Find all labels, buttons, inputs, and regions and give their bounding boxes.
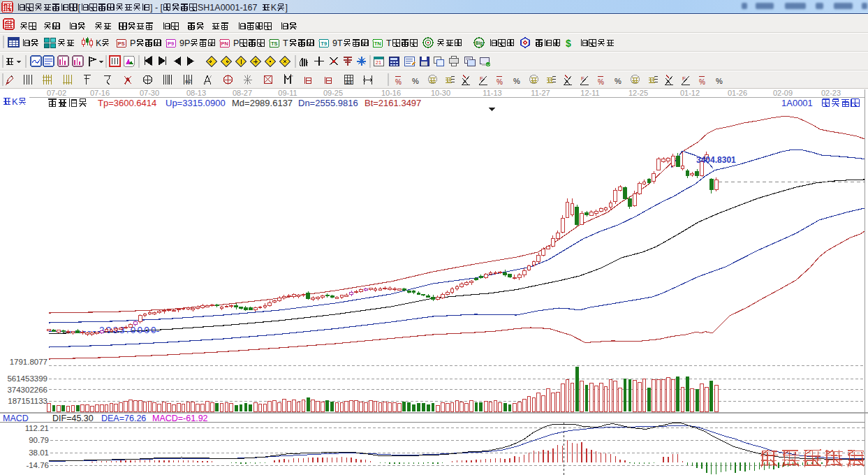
svg-text:%: %: [395, 78, 402, 86]
svg-text:1A0001: 1A0001: [781, 98, 813, 108]
svg-text:%: %: [412, 77, 419, 85]
svg-text:]: ]: [286, 3, 288, 13]
svg-text:07-02: 07-02: [47, 89, 66, 97]
svg-text:P: P: [233, 38, 239, 48]
svg-text:T: T: [386, 38, 392, 48]
svg-text:%: %: [699, 78, 705, 86]
svg-text:T9: T9: [321, 41, 327, 47]
svg-text:DIF=45.30: DIF=45.30: [52, 414, 94, 423]
svg-text:TN: TN: [374, 41, 381, 47]
svg-text:561453399: 561453399: [7, 374, 47, 383]
svg-text:08-27: 08-27: [233, 89, 252, 97]
svg-text:DEA=76.26: DEA=76.26: [101, 414, 146, 423]
svg-text:10-16: 10-16: [381, 89, 401, 97]
svg-text:TS: TS: [271, 41, 278, 47]
svg-text:[: [: [78, 3, 81, 13]
svg-text:374302266: 374302266: [7, 386, 47, 394]
svg-text:K: K: [96, 38, 102, 48]
svg-text:9P: 9P: [179, 38, 190, 48]
svg-text:21: 21: [376, 59, 381, 66]
svg-text:SH1A0001-167: SH1A0001-167: [198, 3, 258, 13]
svg-text:K: K: [271, 3, 277, 13]
svg-text:PN: PN: [221, 41, 228, 47]
svg-text:187151133: 187151133: [8, 397, 47, 405]
svg-text:9T: 9T: [332, 38, 343, 48]
svg-text:112.21: 112.21: [25, 424, 49, 432]
svg-text:PS: PS: [118, 41, 125, 47]
svg-text:38.01: 38.01: [29, 448, 49, 457]
svg-text:-14.76: -14.76: [26, 461, 49, 469]
svg-text:02-09: 02-09: [773, 89, 793, 97]
svg-text:%: %: [496, 78, 503, 86]
svg-text:%: %: [513, 77, 520, 85]
svg-text:] - [: ] - [: [150, 3, 163, 13]
svg-text:T: T: [283, 38, 288, 48]
svg-text:%: %: [598, 78, 604, 86]
svg-text:12-11: 12-11: [580, 89, 599, 97]
svg-text:09-11: 09-11: [278, 89, 297, 97]
svg-text:07-16: 07-16: [90, 89, 110, 97]
svg-text:Md=2989.6137: Md=2989.6137: [232, 98, 293, 108]
svg-text:%: %: [615, 77, 621, 85]
svg-text:MACD=-61.92: MACD=-61.92: [152, 414, 208, 423]
svg-text:P: P: [130, 38, 135, 48]
svg-text:Bt=2161.3497: Bt=2161.3497: [365, 98, 421, 108]
svg-text:$: $: [566, 38, 571, 49]
svg-text:MACD: MACD: [3, 414, 29, 423]
svg-text:11-27: 11-27: [531, 89, 550, 97]
svg-text:02-23: 02-23: [821, 89, 841, 97]
svg-text:01-12: 01-12: [680, 89, 700, 97]
svg-text:10-30: 10-30: [431, 89, 450, 97]
svg-text:F: F: [682, 75, 686, 82]
svg-text:K: K: [12, 96, 18, 107]
svg-text:01-26: 01-26: [728, 89, 747, 97]
svg-text:90.79: 90.79: [29, 436, 49, 444]
svg-text:F: F: [480, 75, 483, 82]
svg-text:09-25: 09-25: [323, 89, 343, 97]
svg-text:12-25: 12-25: [628, 89, 648, 97]
svg-text:Tp=3600.6414: Tp=3600.6414: [98, 98, 156, 108]
svg-text:Dn=2555.9816: Dn=2555.9816: [298, 98, 358, 108]
svg-text:Big: Big: [476, 41, 483, 46]
svg-text:%: %: [716, 77, 723, 85]
svg-text:F: F: [581, 75, 584, 82]
svg-text:123: 123: [345, 80, 353, 85]
svg-text:07-30: 07-30: [140, 89, 159, 97]
svg-text:08-13: 08-13: [186, 89, 206, 97]
svg-text:1791.8077: 1791.8077: [10, 358, 47, 366]
svg-text:P9: P9: [168, 41, 174, 47]
svg-text:n2: n2: [185, 78, 191, 85]
svg-text:Up=3315.0900: Up=3315.0900: [165, 98, 226, 108]
svg-text:3404.8301: 3404.8301: [696, 155, 736, 165]
svg-text:11-13: 11-13: [483, 89, 501, 97]
svg-text:": ": [291, 75, 293, 80]
